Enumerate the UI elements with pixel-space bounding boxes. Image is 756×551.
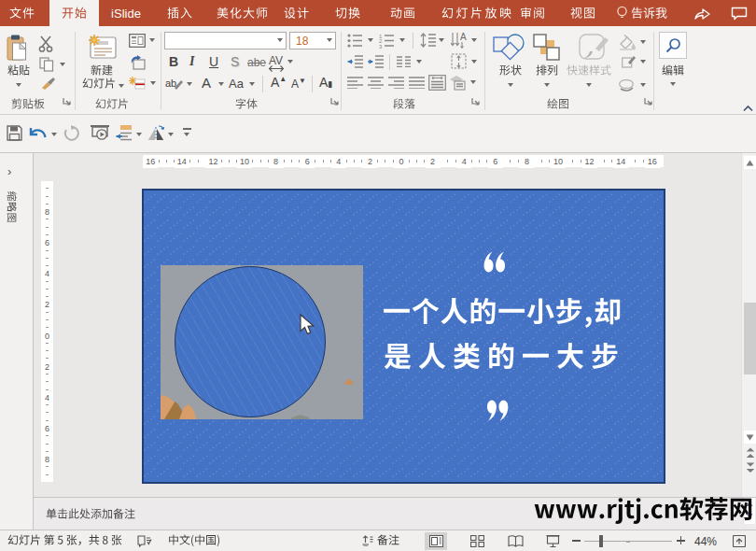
svg-text:ab: ab — [165, 78, 176, 89]
svg-text:A: A — [460, 33, 467, 42]
svg-text:3: 3 — [379, 44, 383, 49]
